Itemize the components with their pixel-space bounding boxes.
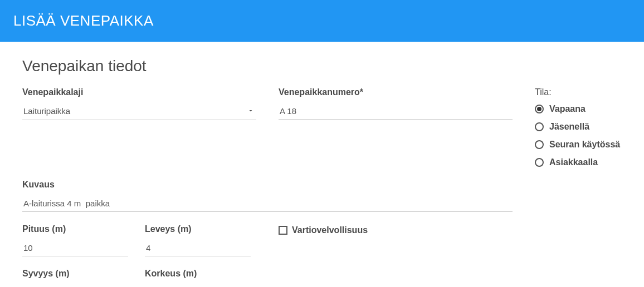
page-header: LISÄÄ VENEPAIKKA [0,0,644,42]
col-status: Tila: Vapaana Jäsenellä Seuran käytössä … [535,87,644,175]
col-mid: Venepaikkanumero* [279,87,513,132]
description-input[interactable] [22,195,513,212]
checkbox-icon [279,226,287,235]
page-title: LISÄÄ VENEPAIKKA [13,12,154,29]
row-dims1: Pituus (m) Leveys (m) Vartiovelvollisuus [22,224,622,269]
status-label-3: Asiakkaalla [549,157,598,167]
field-number: Venepaikkanumero* [279,87,513,120]
number-input[interactable] [279,103,513,120]
width-input[interactable] [145,240,251,256]
field-width: Leveys (m) [145,224,251,256]
radio-icon [535,158,544,167]
status-option-asiakkaalla[interactable]: Asiakkaalla [535,157,644,167]
guard-checkbox-row[interactable]: Vartiovelvollisuus [279,225,513,235]
status-title: Tila: [535,87,644,97]
depth-value[interactable]: 2 [22,284,128,287]
width-label: Leveys (m) [145,224,251,234]
status-option-jasenella[interactable]: Jäsenellä [535,122,644,132]
field-height: Korkeus (m) 10 [145,269,251,287]
type-value: Laituripaikka [23,106,70,116]
length-label: Pituus (m) [22,224,128,234]
status-option-seuran[interactable]: Seuran käytössä [535,140,644,150]
number-label: Venepaikkanumero* [279,87,513,97]
field-type: Venepaikkalaji Laituripaikka [22,87,256,120]
field-length: Pituus (m) [22,224,128,256]
depth-label: Syvyys (m) [22,269,128,279]
type-select[interactable]: Laituripaikka [22,103,256,120]
col-left: Venepaikkalaji Laituripaikka [22,87,256,132]
status-label-1: Jäsenellä [549,122,589,132]
chevron-down-icon [247,106,254,116]
height-value[interactable]: 10 [145,284,251,287]
row-dims2: Syvyys (m) 2 Korkeus (m) 10 [22,269,622,287]
guard-label: Vartiovelvollisuus [292,225,368,235]
status-label-2: Seuran käytössä [549,140,620,150]
section-title: Venepaikan tiedot [22,57,622,75]
type-label: Venepaikkalaji [22,87,256,97]
length-input[interactable] [22,240,128,256]
status-option-vapaana[interactable]: Vapaana [535,104,644,114]
height-label: Korkeus (m) [145,269,251,279]
row-main: Venepaikkalaji Laituripaikka Venepaikkan… [22,87,622,175]
field-depth: Syvyys (m) 2 [22,269,128,287]
radio-icon [535,122,544,131]
content: Venepaikan tiedot Venepaikkalaji Laituri… [0,42,644,287]
radio-icon [535,105,544,113]
radio-icon [535,140,544,149]
field-description: Kuvaus [22,180,513,212]
description-label: Kuvaus [22,180,513,190]
status-label-0: Vapaana [549,104,586,114]
